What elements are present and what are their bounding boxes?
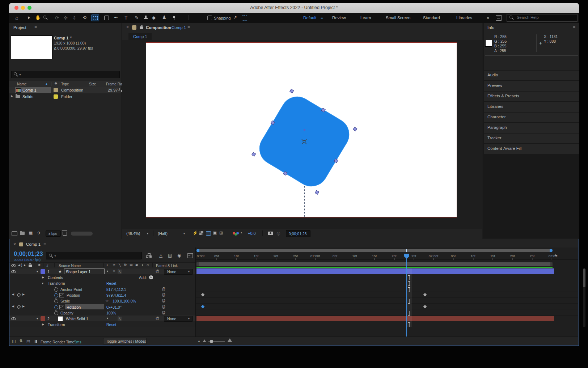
add-shape-button[interactable]	[149, 275, 153, 279]
rotation-tool-icon[interactable]: ⟲	[83, 15, 86, 20]
rotation-stopwatch-icon[interactable]	[54, 305, 58, 309]
layer1-collapse-icon[interactable]: ☀	[113, 270, 115, 273]
layer2-parent-caret-icon[interactable]: ▼	[187, 317, 190, 320]
close-panel-icon[interactable]: ×	[13, 242, 16, 247]
opacity-stopwatch-icon[interactable]	[54, 311, 58, 315]
rotation-pickwhip-icon[interactable]: @	[162, 305, 165, 309]
type-tool-icon[interactable]: T	[124, 15, 128, 20]
layer2-pickwhip-icon[interactable]: @	[156, 317, 159, 320]
graph-editor-icon[interactable]	[187, 253, 193, 258]
workspace-standard[interactable]: Standard	[423, 16, 440, 20]
info-panel-title[interactable]: Info	[487, 25, 494, 30]
transform1-label[interactable]: Transform	[48, 281, 65, 285]
anchor-value[interactable]: 517.4,112.1	[106, 287, 126, 292]
work-area-bar[interactable]	[196, 262, 553, 266]
anchor-stopwatch-icon[interactable]	[54, 288, 58, 292]
hand-tool-icon[interactable]: ✋	[35, 15, 41, 20]
magnification-caret-icon[interactable]: ▼	[146, 232, 149, 235]
resolution-dropdown[interactable]: (Half)	[158, 231, 168, 236]
path-vertex-handle[interactable]	[304, 129, 305, 131]
contents-label[interactable]: Contents	[48, 275, 63, 280]
timeline-zoom-slider-thumb[interactable]	[210, 340, 213, 343]
expand-modes-icon[interactable]: ◨	[34, 339, 37, 343]
transform2-reset[interactable]: Reset	[106, 322, 116, 327]
workspace-settings-icon[interactable]	[496, 15, 502, 21]
help-search-input[interactable]	[516, 15, 575, 20]
resolution-caret-icon[interactable]: ▼	[183, 232, 186, 235]
zoom-collapse-icon[interactable]: ▲	[198, 339, 200, 343]
toggle-switches-modes-label[interactable]: Toggle Switches / Modes	[106, 339, 146, 343]
panel-tab-label[interactable]: Character	[487, 115, 506, 119]
zoom-in-mountain-icon[interactable]	[227, 338, 232, 342]
panel-tab-label[interactable]: Content-Aware Fill	[487, 146, 521, 151]
timeline-panel-menu-icon[interactable]: ≡	[43, 242, 46, 246]
layer1-quality-icon[interactable]: ╲	[118, 270, 122, 274]
rotation-graph-icon[interactable]	[59, 305, 64, 309]
work-area-end-handle[interactable]	[550, 262, 553, 266]
layer1-parent-caret-icon[interactable]: ▼	[187, 270, 190, 273]
parent-link-column-header[interactable]: Parent & Link	[156, 264, 178, 268]
viewer-tab-label[interactable]: Comp 1	[133, 34, 147, 39]
workspace-menu-icon[interactable]: ≡	[321, 16, 323, 20]
workspace-overflow-chevron[interactable]: »	[487, 15, 489, 20]
panel-tab-audio[interactable]	[484, 71, 579, 80]
shape-tool-icon[interactable]	[104, 16, 109, 20]
composition-mini-flowchart-icon[interactable]	[146, 253, 152, 258]
scale-stopwatch-icon[interactable]	[54, 299, 58, 303]
layer2-quality-icon[interactable]: ╲	[118, 317, 122, 321]
layer2-visibility-toggle[interactable]	[11, 316, 16, 321]
expand-transfer-controls-icon[interactable]: ⇅	[19, 339, 22, 343]
position-value[interactable]: 979.4,611.4	[106, 293, 126, 297]
project-panel-menu-icon[interactable]: ≡	[34, 25, 37, 29]
layer2-name[interactable]: White Solid 1	[66, 317, 88, 321]
rotation-label[interactable]: Rotation	[67, 305, 81, 309]
transform-box-tool-icon[interactable]	[91, 14, 99, 21]
layer1-shy-icon[interactable]: ◐	[107, 270, 109, 273]
label-color-chip[interactable]	[54, 94, 58, 99]
comp-marker-bin-icon[interactable]: ⚑	[554, 254, 558, 258]
layer1-name[interactable]: Shape Layer 1	[66, 270, 90, 274]
brush-tool-icon[interactable]: ✎	[135, 15, 139, 20]
fast-preview-icon[interactable]: ⚡	[193, 231, 198, 235]
close-panel-icon[interactable]: ×	[126, 25, 129, 30]
transform1-reset[interactable]: Reset	[106, 281, 116, 285]
scale-link-icon[interactable]: ∞	[106, 299, 109, 303]
new-composition-icon[interactable]: ▦	[29, 231, 33, 235]
pen-tool-icon[interactable]: ✒	[114, 15, 118, 20]
lock-icon[interactable]	[140, 26, 143, 29]
timeline-tab-label[interactable]: Comp 1	[26, 242, 41, 246]
panel-tab-label[interactable]: Tracker	[487, 136, 502, 140]
panel-tab-label[interactable]: Paragraph	[487, 125, 507, 130]
position-next-keyframe-icon[interactable]: ▶	[22, 293, 25, 296]
project-flowchart-icon[interactable]: ✈	[37, 231, 41, 235]
puppet-pin-tool-icon[interactable]	[173, 16, 175, 18]
workspace-review[interactable]: Review	[332, 16, 346, 20]
work-area-start-handle[interactable]	[196, 262, 199, 266]
project-search-field[interactable]	[11, 71, 120, 78]
source-name-column-header[interactable]: Source Name	[59, 264, 81, 268]
scale-label[interactable]: Scale	[60, 299, 70, 303]
dolly-camera-tool-icon[interactable]: ⇕	[72, 15, 76, 21]
region-of-interest-icon[interactable]: ⊞	[219, 231, 223, 235]
anchor-label[interactable]: Anchor Point	[60, 287, 82, 292]
workspace-small-screen[interactable]: Small Screen	[386, 16, 410, 20]
motion-blur-icon[interactable]: ◉	[177, 253, 181, 258]
layer2-expander-icon[interactable]: ▼	[36, 317, 39, 320]
project-col-frame-rate[interactable]: Frame Ra..	[106, 82, 124, 86]
opacity-label[interactable]: Opacity	[60, 311, 73, 315]
snapping-checkbox[interactable]	[207, 16, 212, 20]
opacity-pickwhip-icon[interactable]: @	[162, 311, 165, 314]
timeline-vscrollbar-thumb[interactable]	[583, 268, 585, 287]
sort-ascending-icon[interactable]: ▲	[45, 82, 48, 86]
delete-icon[interactable]	[63, 232, 67, 236]
position-label[interactable]: Position	[67, 293, 80, 297]
composition-panel-title[interactable]: Composition	[146, 25, 171, 30]
eraser-tool-icon[interactable]: ◆	[152, 15, 156, 20]
project-col-name[interactable]: Name	[17, 82, 27, 86]
layer1-parent-value[interactable]: None	[167, 270, 176, 274]
transparency-grid-icon[interactable]	[199, 231, 203, 235]
expand-layer-switches-icon[interactable]: ◫	[12, 339, 16, 343]
anchor-point-icon[interactable]	[301, 139, 307, 145]
layer1-duration-bar[interactable]	[196, 268, 554, 274]
layer2-shy-icon[interactable]: ◐	[107, 317, 109, 320]
